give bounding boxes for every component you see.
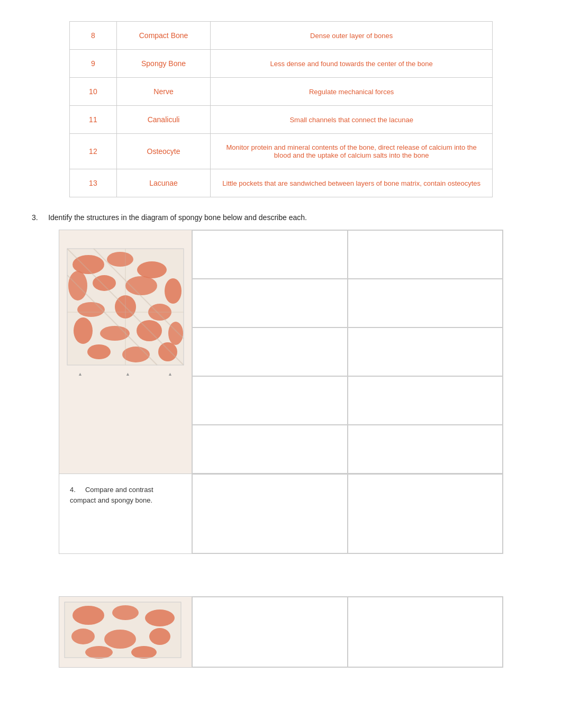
bone-data-table: 8 Compact Bone Dense outer layer of bone… xyxy=(69,21,493,197)
grid-cell[interactable] xyxy=(192,327,348,376)
grid-cell[interactable] xyxy=(192,376,348,425)
grid-cell[interactable] xyxy=(348,425,503,474)
row-term: Canaliculi xyxy=(116,106,211,134)
row-term: Spongy Bone xyxy=(116,50,211,78)
row-term: Osteocyte xyxy=(116,134,211,169)
question-3: 3. Identify the structures in the diagra… xyxy=(32,213,530,222)
q4-prefix: 4. xyxy=(70,486,76,494)
compare-cell[interactable] xyxy=(192,474,348,553)
bone-texture-svg: ▲ ▲ ▲ xyxy=(62,243,189,381)
svg-point-11 xyxy=(74,317,93,344)
bottom-bone-section xyxy=(59,596,503,668)
svg-point-16 xyxy=(122,347,150,362)
svg-text:▲: ▲ xyxy=(125,371,130,377)
svg-point-32 xyxy=(104,630,136,649)
svg-point-30 xyxy=(145,609,175,626)
svg-point-29 xyxy=(112,605,139,620)
row-number: 12 xyxy=(70,134,117,169)
bottom-grid-cell[interactable] xyxy=(192,597,348,667)
table-row: 12 Osteocyte Monitor protein and mineral… xyxy=(70,134,493,169)
svg-point-34 xyxy=(85,646,113,659)
svg-point-35 xyxy=(131,646,157,659)
row-number: 13 xyxy=(70,169,117,197)
grid-cell[interactable] xyxy=(348,376,503,425)
svg-point-28 xyxy=(72,606,104,625)
svg-point-2 xyxy=(107,252,133,267)
bottom-answer-grid xyxy=(192,597,503,667)
svg-point-7 xyxy=(165,278,182,304)
svg-point-8 xyxy=(77,302,105,317)
question-4: 4. Compare and contrast compact and spon… xyxy=(70,485,181,505)
q4-text: Compare and contrast compact and spongy … xyxy=(70,486,153,504)
table-row: 9 Spongy Bone Less dense and found towar… xyxy=(70,50,493,78)
row-term: Nerve xyxy=(116,78,211,106)
grid-cell[interactable] xyxy=(348,230,503,279)
grid-cell[interactable] xyxy=(348,327,503,376)
row-number: 8 xyxy=(70,22,117,50)
grid-cell[interactable] xyxy=(348,279,503,327)
row-term: Lacunae xyxy=(116,169,211,197)
question-4-area: 4. Compare and contrast compact and spon… xyxy=(59,474,192,553)
table-row: 8 Compact Bone Dense outer layer of bone… xyxy=(70,22,493,50)
table-row: 13 Lacunae Little pockets that are sandw… xyxy=(70,169,493,197)
row-description: Monitor protein and mineral contents of … xyxy=(211,134,493,169)
row-number: 11 xyxy=(70,106,117,134)
svg-text:▲: ▲ xyxy=(168,371,173,377)
q3-text: Identify the structures in the diagram o… xyxy=(48,213,307,222)
svg-point-31 xyxy=(71,629,95,644)
row-description: Dense outer layer of bones xyxy=(211,22,493,50)
row-description: Regulate mechanical forces xyxy=(211,78,493,106)
compare-cell[interactable] xyxy=(348,474,503,553)
grid-cell[interactable] xyxy=(192,425,348,474)
bottom-bone-image xyxy=(59,597,192,667)
spongy-bone-section: ▲ ▲ ▲ xyxy=(59,230,503,474)
q3-prefix: 3. xyxy=(32,213,38,222)
svg-text:▲: ▲ xyxy=(78,371,83,377)
spongy-answer-grid xyxy=(192,230,503,474)
row-number: 9 xyxy=(70,50,117,78)
row-description: Little pockets that are sandwiched betwe… xyxy=(211,169,493,197)
svg-point-15 xyxy=(87,344,111,359)
spongy-bone-image: ▲ ▲ ▲ xyxy=(59,230,192,474)
svg-point-33 xyxy=(149,628,170,645)
svg-point-17 xyxy=(158,342,177,361)
row-description: Less dense and found towards the center … xyxy=(211,50,493,78)
grid-cell[interactable] xyxy=(192,279,348,327)
row-number: 10 xyxy=(70,78,117,106)
compare-section: 4. Compare and contrast compact and spon… xyxy=(59,474,503,554)
row-description: Small channels that connect the lacunae xyxy=(211,106,493,134)
row-term: Compact Bone xyxy=(116,22,211,50)
bottom-grid-cell[interactable] xyxy=(348,597,503,667)
compare-answer-grid xyxy=(192,474,503,553)
svg-point-3 xyxy=(137,261,167,278)
table-row: 11 Canaliculi Small channels that connec… xyxy=(70,106,493,134)
bottom-bone-svg xyxy=(62,599,189,663)
table-row: 10 Nerve Regulate mechanical forces xyxy=(70,78,493,106)
grid-cell[interactable] xyxy=(192,230,348,279)
